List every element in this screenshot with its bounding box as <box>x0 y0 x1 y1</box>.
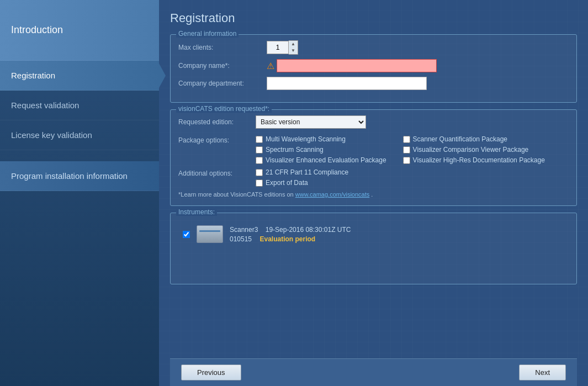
learn-more-prefix: *Learn more about VisionCATS editions on <box>178 191 294 198</box>
pkg-scanner-quantification-checkbox[interactable] <box>403 136 410 143</box>
sidebar-item-label: Registration <box>11 71 55 80</box>
company-name-label: Company name*: <box>178 62 267 70</box>
max-clients-label: Max clients: <box>178 44 267 51</box>
sidebar-item-registration[interactable]: Registration <box>0 61 159 91</box>
instrument-id-status: 010515 Evaluation period <box>230 235 351 243</box>
pkg-visualizer-comparison-checkbox[interactable] <box>403 146 410 154</box>
instrument-status: Evaluation period <box>260 235 316 243</box>
requested-edition-label: Requested edition: <box>178 118 256 126</box>
pkg-visualizer-comparison[interactable]: Visualizer Comparison Viewer Package <box>403 146 545 154</box>
scanner-icon <box>197 225 223 243</box>
learn-more-suffix: . <box>371 191 373 198</box>
pkg-scanner-quantification-label: Scanner Quantification Package <box>413 135 507 143</box>
instrument-item: Scanner3 19-Sep-2016 08:30:01Z UTC 01051… <box>178 219 569 250</box>
sidebar-item-label: License key validation <box>11 130 92 140</box>
additional-options-row: Additional options: 21 CFR Part 11 Compl… <box>178 168 569 187</box>
learn-more-text: *Learn more about VisionCATS editions on… <box>178 191 569 198</box>
pkg-visualizer-enhanced-label: Visualizer Enhanced Evaluation Package <box>266 156 386 164</box>
opt-21cfr-checkbox[interactable] <box>256 169 263 176</box>
pkg-spectrum-scanning[interactable]: Spectrum Scanning <box>256 146 386 154</box>
company-department-label: Company department: <box>178 80 267 87</box>
company-name-row: Company name*: ⚠ <box>178 59 569 72</box>
max-clients-input[interactable]: 1 <box>267 41 289 54</box>
packages-left-col: Multi Wavelength Scanning Spectrum Scann… <box>256 135 386 164</box>
package-options-label: Package options: <box>178 135 256 144</box>
pkg-visualizer-highres-label: Visualizer High-Res Documentation Packag… <box>413 156 545 164</box>
company-department-row: Company department: <box>178 77 569 90</box>
general-info-section: General information Max clients: 1 ▲ ▼ C… <box>170 34 577 103</box>
max-clients-spinner: 1 ▲ ▼ <box>267 40 298 55</box>
company-name-input[interactable] <box>277 59 437 72</box>
pkg-visualizer-comparison-label: Visualizer Comparison Viewer Package <box>413 146 529 154</box>
opt-export-data[interactable]: Export of Data <box>256 179 348 187</box>
sidebar-item-introduction[interactable]: Introduction <box>0 0 159 61</box>
max-clients-row: Max clients: 1 ▲ ▼ <box>178 40 569 55</box>
sidebar: Introduction Registration Request valida… <box>0 0 159 386</box>
packages-columns: Multi Wavelength Scanning Spectrum Scann… <box>256 135 545 164</box>
instrument-date: 19-Sep-2016 08:30:01Z UTC <box>266 226 351 234</box>
edition-select[interactable]: Basic version Standard version Professio… <box>256 115 366 129</box>
sidebar-item-license-key-validation[interactable]: License key validation <box>0 120 159 150</box>
bottom-bar: Previous Next <box>170 358 577 386</box>
requested-edition-row: Requested edition: Basic version Standar… <box>178 115 569 129</box>
pkg-scanner-quantification[interactable]: Scanner Quantification Package <box>403 135 545 143</box>
page-title: Registration <box>170 11 577 25</box>
sidebar-item-label: Request validation <box>11 101 79 110</box>
opt-21cfr[interactable]: 21 CFR Part 11 Compliance <box>256 168 348 176</box>
packages-right-col: Scanner Quantification Package Visualize… <box>403 135 545 164</box>
instrument-info: Scanner3 19-Sep-2016 08:30:01Z UTC 01051… <box>230 226 351 243</box>
company-department-input[interactable] <box>267 77 427 90</box>
spinner-down-button[interactable]: ▼ <box>289 47 298 54</box>
sidebar-item-request-validation[interactable]: Request validation <box>0 91 159 120</box>
pkg-spectrum-scanning-label: Spectrum Scanning <box>266 146 324 154</box>
learn-more-link[interactable]: www.camag.com/visioncats <box>295 191 370 198</box>
package-options-row: Package options: Multi Wavelength Scanni… <box>178 135 569 164</box>
sidebar-item-label: Program installation information <box>11 171 128 181</box>
pkg-visualizer-highres[interactable]: Visualizer High-Res Documentation Packag… <box>403 156 545 164</box>
pkg-multi-wavelength[interactable]: Multi Wavelength Scanning <box>256 135 386 143</box>
instrument-checkbox[interactable] <box>183 231 190 238</box>
pkg-multi-wavelength-checkbox[interactable] <box>256 136 263 143</box>
instruments-label: Instruments: <box>176 208 217 216</box>
additional-options-label: Additional options: <box>178 168 256 177</box>
edition-section: visionCATS edition requested*: Requested… <box>170 109 577 206</box>
pkg-multi-wavelength-label: Multi Wavelength Scanning <box>266 135 346 143</box>
previous-button[interactable]: Previous <box>181 364 241 380</box>
opt-21cfr-label: 21 CFR Part 11 Compliance <box>266 168 348 176</box>
pkg-visualizer-enhanced-checkbox[interactable] <box>256 157 263 164</box>
sidebar-item-program-installation[interactable]: Program installation information <box>0 161 159 191</box>
instruments-section: Instruments: Scanner3 19-Sep-2016 08:30:… <box>170 213 577 284</box>
spinner-buttons: ▲ ▼ <box>289 40 298 55</box>
main-content: Registration General information Max cli… <box>159 0 588 386</box>
warning-icon: ⚠ <box>267 61 274 71</box>
opt-export-data-checkbox[interactable] <box>256 179 263 187</box>
pkg-visualizer-enhanced[interactable]: Visualizer Enhanced Evaluation Package <box>256 156 386 164</box>
edition-section-label: visionCATS edition requested*: <box>176 105 272 113</box>
opt-export-data-label: Export of Data <box>266 179 308 187</box>
pkg-spectrum-scanning-checkbox[interactable] <box>256 146 263 154</box>
additional-options-col: 21 CFR Part 11 Compliance Export of Data <box>256 168 348 187</box>
instrument-id: 010515 <box>230 235 252 243</box>
instrument-name-date: Scanner3 19-Sep-2016 08:30:01Z UTC <box>230 226 351 234</box>
spinner-up-button[interactable]: ▲ <box>289 41 298 47</box>
pkg-visualizer-highres-checkbox[interactable] <box>403 157 410 164</box>
sidebar-item-label: Introduction <box>11 24 63 36</box>
next-button[interactable]: Next <box>519 364 566 380</box>
general-info-label: General information <box>176 30 239 38</box>
instrument-name: Scanner3 <box>230 226 258 234</box>
